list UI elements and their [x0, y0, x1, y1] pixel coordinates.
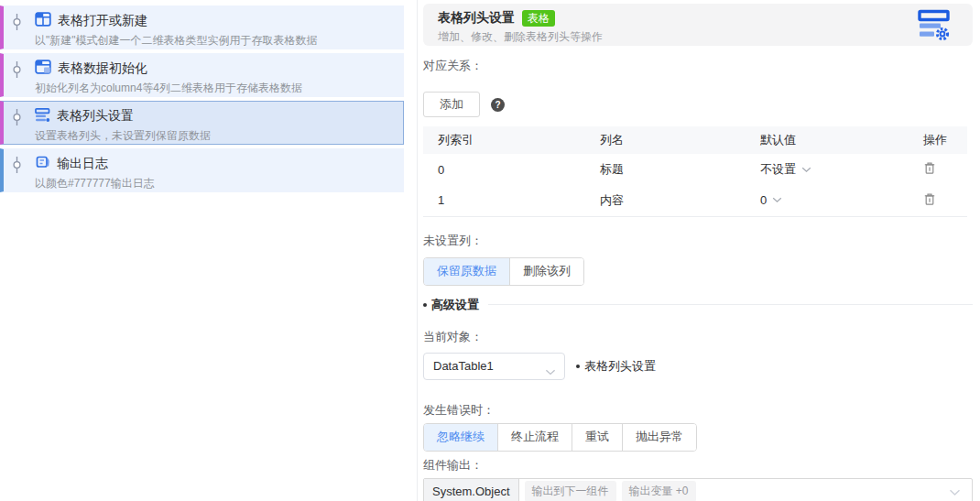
- drag-handle-icon[interactable]: [11, 61, 23, 85]
- default-value-dropdown[interactable]: 不设置: [760, 161, 909, 178]
- table-row: 1 内容 0: [423, 185, 967, 216]
- cell-column-index: 1: [423, 185, 585, 216]
- on-error-toggle: 忽略继续 终止流程 重试 抛出异常: [423, 423, 697, 452]
- node-description: 以颜色#777777输出日志: [35, 176, 403, 191]
- unset-column-toggle: 保留原数据 删除该列: [423, 257, 584, 286]
- workflow-node-list: 表格打开或新建 以"新建"模式创建一个二维表格类型实例用于存取表格数据 表格数据…: [0, 0, 404, 196]
- add-button[interactable]: 添加: [423, 92, 480, 117]
- chevron-down-icon: [801, 167, 811, 173]
- node-description: 以"新建"模式创建一个二维表格类型实例用于存取表格数据: [35, 33, 403, 49]
- bullet-icon: [576, 365, 580, 368]
- node-title: 表格列头设置: [57, 108, 134, 125]
- current-object-label: 当前对象：: [423, 329, 973, 345]
- default-value: 不设置: [760, 161, 796, 178]
- chevron-down-icon: [949, 484, 961, 500]
- cell-column-index: 0: [423, 154, 585, 185]
- node-body: 表格列头设置 设置表格列头，未设置列保留原数据: [35, 102, 403, 144]
- output-target-chip[interactable]: 输出到下一组件: [525, 481, 616, 501]
- cell-column-name: 标题: [585, 154, 746, 185]
- option-stop-flow[interactable]: 终止流程: [497, 424, 572, 451]
- delete-row-icon[interactable]: [923, 195, 936, 209]
- log-output-icon: [35, 155, 50, 173]
- workflow-node-table-init[interactable]: 表格数据初始化 初始化列名为column4等4列二维表格用于存储表格数据: [0, 53, 404, 97]
- object-hint: 表格列头设置: [576, 358, 656, 375]
- selected-object: DataTable1: [433, 359, 494, 373]
- unset-column-label: 未设置列：: [423, 233, 973, 249]
- table-row: 0 标题 不设置: [423, 154, 967, 185]
- output-type: System.Object: [424, 479, 519, 501]
- option-ignore-continue[interactable]: 忽略继续: [424, 424, 497, 451]
- table-header-icon: [35, 107, 50, 125]
- current-object-select[interactable]: DataTable1: [423, 353, 565, 380]
- on-error-label: 发生错误时：: [423, 402, 973, 419]
- option-delete-column[interactable]: 删除该列: [509, 258, 583, 285]
- option-keep-data[interactable]: 保留原数据: [424, 258, 509, 285]
- component-output-bar[interactable]: System.Object 输出到下一组件 输出变量 +0: [423, 478, 973, 501]
- node-title: 输出日志: [57, 156, 108, 172]
- default-value: 0: [760, 193, 767, 207]
- chevron-down-icon: [772, 197, 782, 203]
- node-title: 表格打开或新建: [58, 13, 147, 29]
- node-body: 表格打开或新建 以"新建"模式创建一个二维表格类型实例用于存取表格数据: [35, 6, 403, 49]
- node-description: 初始化列名为column4等4列二维表格用于存储表格数据: [35, 81, 403, 96]
- column-mapping-table: 列索引 列名 默认值 操作 0 标题 不设置: [423, 126, 967, 217]
- workflow-node-output-log[interactable]: 输出日志 以颜色#777777输出日志: [0, 148, 404, 192]
- column-header-index: 列索引: [423, 126, 585, 154]
- config-header: 表格列头设置 表格 增加、修改、删除表格列头等操作: [423, 4, 973, 46]
- mapping-label: 对应关系：: [423, 58, 973, 74]
- advanced-settings-row: 高级设置: [423, 297, 973, 313]
- bullet-icon: [423, 303, 427, 307]
- table-init-icon: [35, 60, 51, 78]
- current-object-row: DataTable1 表格列头设置: [423, 353, 973, 380]
- component-output-label: 组件输出：: [423, 457, 973, 474]
- advanced-settings-title: 高级设置: [423, 297, 479, 313]
- column-header-name: 列名: [585, 126, 746, 154]
- drag-handle-icon[interactable]: [11, 157, 23, 180]
- table-settings-icon: [916, 8, 953, 46]
- panel-divider: [417, 0, 418, 501]
- workflow-editor: 表格打开或新建 以"新建"模式创建一个二维表格类型实例用于存取表格数据 表格数据…: [0, 0, 980, 501]
- column-header-default: 默认值: [746, 126, 909, 154]
- node-description: 设置表格列头，未设置列保留原数据: [35, 128, 403, 144]
- table-header-row: 列索引 列名 默认值 操作: [423, 126, 967, 154]
- column-header-actions: 操作: [909, 126, 967, 154]
- add-row: 添加 ?: [423, 92, 973, 117]
- option-throw-exception[interactable]: 抛出异常: [622, 424, 696, 451]
- category-badge: 表格: [522, 10, 555, 27]
- config-title: 表格列头设置: [438, 10, 515, 27]
- help-icon[interactable]: ?: [491, 98, 505, 112]
- node-body: 表格数据初始化 初始化列名为column4等4列二维表格用于存储表格数据: [35, 54, 403, 96]
- cell-column-name: 内容: [585, 185, 746, 216]
- option-retry[interactable]: 重试: [572, 424, 622, 451]
- default-value-dropdown[interactable]: 0: [760, 193, 909, 207]
- node-title: 表格数据初始化: [58, 60, 147, 77]
- node-config-panel: 表格列头设置 表格 增加、修改、删除表格列头等操作 对应关系： 添加 ?: [423, 0, 973, 501]
- table-new-icon: [35, 12, 51, 30]
- drag-handle-icon[interactable]: [11, 14, 23, 38]
- node-body: 输出日志 以颜色#777777输出日志: [35, 149, 403, 191]
- config-subtitle: 增加、修改、删除表格列头等操作: [438, 29, 958, 45]
- section-divider: [488, 304, 973, 305]
- chevron-down-icon: [545, 365, 556, 378]
- workflow-node-table-open[interactable]: 表格打开或新建 以"新建"模式创建一个二维表格类型实例用于存取表格数据: [0, 5, 404, 49]
- drag-handle-icon[interactable]: [11, 109, 23, 133]
- workflow-node-table-header-setup[interactable]: 表格列头设置 设置表格列头，未设置列保留原数据: [0, 101, 404, 145]
- delete-row-icon[interactable]: [923, 164, 936, 178]
- output-variable-chip[interactable]: 输出变量 +0: [622, 481, 696, 501]
